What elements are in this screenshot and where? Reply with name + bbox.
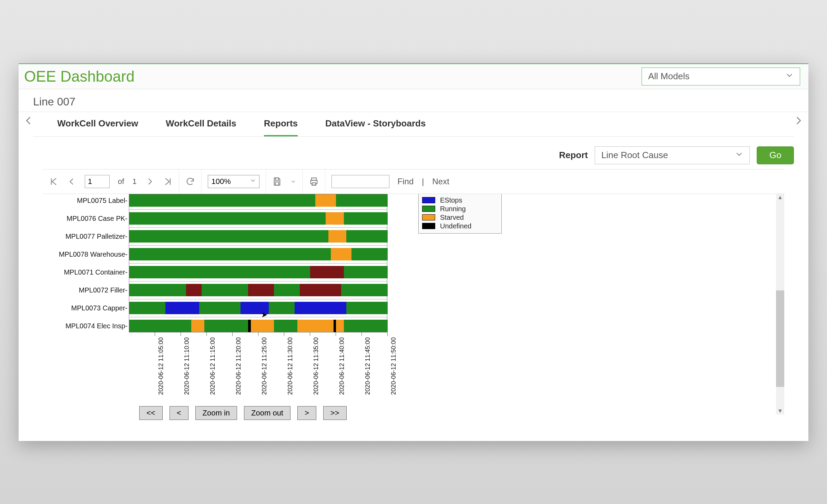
legend-label: Running [440,205,466,213]
chevron-down-icon [734,149,744,161]
x-tick-label: 2020-06-12 11:40:00 [338,337,346,395]
prev-page-button[interactable] [67,177,76,186]
gantt-row-label: MPL0072 Filler- [79,286,127,294]
gantt-segment[interactable] [248,284,274,296]
gantt-segment[interactable] [328,230,347,243]
legend-label: EStops [440,196,462,204]
gantt-row-label: MPL0071 Container- [64,268,127,276]
print-button[interactable] [309,177,319,186]
gantt-segment[interactable] [186,284,202,296]
gantt-lane [129,320,387,332]
tab-workcell-details[interactable]: WorkCell Details [166,112,236,136]
gantt-segment[interactable] [344,266,388,278]
gantt-segment[interactable] [202,284,248,296]
legend-swatch [422,197,435,203]
gantt-segment[interactable] [241,302,269,314]
gantt-segment[interactable] [334,320,336,332]
gantt-lane [129,212,387,225]
save-button[interactable] [272,177,282,186]
gantt-segment[interactable] [336,320,344,332]
tab-dataview-storyboards[interactable]: DataView - Storyboards [325,112,426,136]
gantt-lane [129,230,387,243]
gantt-segment[interactable] [204,320,248,332]
gantt-segment[interactable] [269,302,295,314]
gantt-segment[interactable] [129,320,191,332]
last-page-button[interactable] [163,177,173,186]
zoom-select[interactable]: 100% [208,175,259,188]
refresh-button[interactable] [185,177,195,186]
report-select-value: Line Root Cause [601,150,668,161]
tabs: WorkCell OverviewWorkCell DetailsReports… [33,112,794,137]
gantt-segment[interactable] [129,194,315,207]
gantt-segment[interactable] [274,284,300,296]
scroll-down-button[interactable]: ▼ [776,408,784,414]
gantt-segment[interactable] [165,302,199,314]
chart-prev-button[interactable]: < [170,406,188,420]
x-tick-label: 2020-06-12 11:50:00 [390,337,397,395]
legend-item: Undefined [422,222,498,230]
gantt-segment[interactable] [129,266,310,278]
legend-label: Undefined [440,222,471,230]
gantt-segment[interactable] [341,284,388,296]
gantt-lane [129,194,387,207]
gantt-segment[interactable] [300,284,341,296]
chart-last-button[interactable]: >> [323,406,347,420]
gantt-segment[interactable] [346,230,388,243]
tab-workcell-overview[interactable]: WorkCell Overview [57,112,138,136]
x-tick-label: 2020-06-12 11:35:00 [313,337,320,395]
gantt-segment[interactable] [248,320,251,332]
chart-zoom-out-button[interactable]: Zoom out [244,406,290,420]
model-select-value: All Models [648,71,690,82]
gantt-lane [129,266,387,278]
chart-next-button[interactable]: > [297,406,316,420]
first-page-button[interactable] [49,177,59,186]
gantt-segment[interactable] [351,248,388,260]
find-button[interactable]: Find [398,177,414,186]
gantt-segment[interactable] [310,266,344,278]
toolbar-divider: | [422,177,424,186]
scroll-up-button[interactable]: ▲ [776,194,784,201]
go-button[interactable]: Go [757,146,794,164]
report-label: Report [559,150,588,161]
gantt-segment[interactable] [129,302,165,314]
gantt-segment[interactable] [295,302,346,314]
gantt-segment[interactable] [274,320,297,332]
find-next-button[interactable]: Next [432,177,449,186]
tabs-scroll-left-icon[interactable] [23,115,34,130]
tabs-scroll-right-icon[interactable] [793,115,804,130]
gantt-segment[interactable] [251,320,274,332]
gantt-segment[interactable] [344,212,388,225]
gantt-segment[interactable] [315,194,336,207]
gantt-row-label: MPL0075 Label- [77,197,127,205]
chart-first-button[interactable]: << [139,406,163,420]
tab-reports[interactable]: Reports [264,112,298,136]
gantt-segment[interactable] [297,320,334,332]
gantt-segment[interactable] [129,230,328,243]
gantt-segment[interactable] [129,248,331,260]
report-select[interactable]: Line Root Cause [595,146,750,164]
gantt-segment[interactable] [346,302,388,314]
header: OEE Dashboard All Models [19,63,808,89]
gantt-segment[interactable] [326,212,344,225]
report-toolbar: of 1 100% [43,169,784,194]
report-picker-row: Report Line Root Cause Go [19,137,808,169]
gantt-segment[interactable] [129,284,186,296]
gantt-segment[interactable] [344,320,388,332]
gantt-segment[interactable] [331,248,351,260]
chart-zoom-in-button[interactable]: Zoom in [195,406,237,420]
page-number-input[interactable] [85,175,110,188]
next-page-button[interactable] [145,177,155,186]
gantt-lane [129,284,387,296]
model-select[interactable]: All Models [642,68,800,85]
gantt-segment[interactable] [199,302,241,314]
svg-rect-3 [275,182,278,185]
gantt-segment[interactable] [191,320,204,332]
gantt-segment[interactable] [129,212,326,225]
gantt-row-label: MPL0076 Case PK- [67,215,127,223]
find-input[interactable] [331,175,389,188]
line-title: Line 007 [19,89,808,112]
scrollbar-thumb[interactable] [776,290,784,387]
save-menu-button[interactable] [290,178,296,185]
gantt-segment[interactable] [336,194,388,207]
gantt-lane [129,248,387,260]
